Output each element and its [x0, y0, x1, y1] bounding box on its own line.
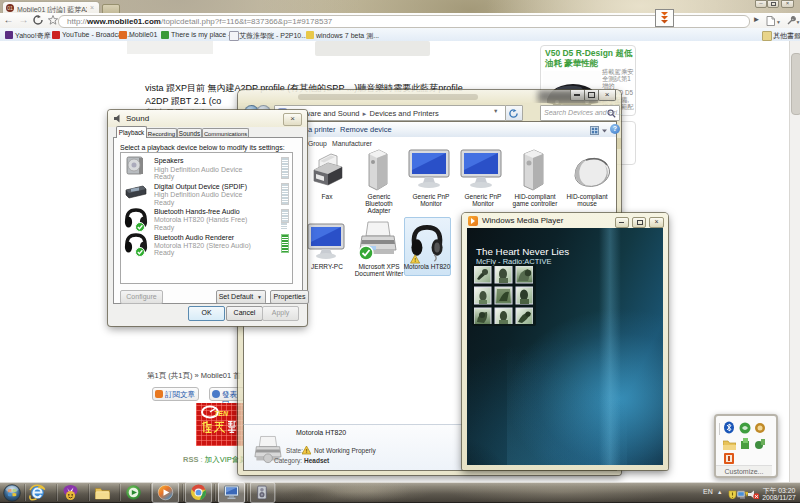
svg-text:!: ! [306, 448, 308, 454]
svg-text:!: ! [414, 257, 416, 263]
svg-text:01: 01 [7, 5, 13, 11]
svg-text:TEN: TEN [214, 410, 229, 417]
